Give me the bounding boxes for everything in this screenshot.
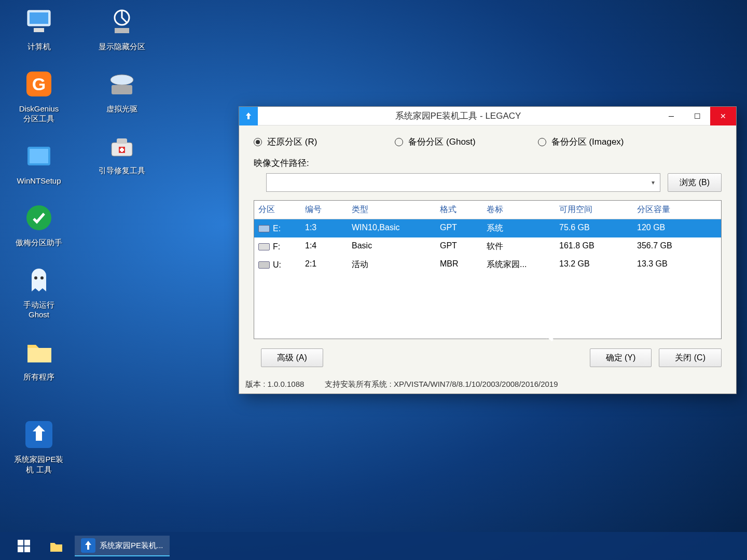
table-body: E: 1:3 WIN10,Basic GPT 系统 75.6 GB 120 GB… bbox=[254, 219, 721, 339]
desktop-col-1: 计算机 G DiskGenius 分区工具 WinNTSetup 傲梅分区助手 … bbox=[10, 5, 67, 474]
desktop-icon-pe-tool[interactable]: 系统家园PE装 机 工具 bbox=[10, 418, 67, 474]
svg-rect-1 bbox=[30, 12, 48, 24]
ghost-icon bbox=[24, 265, 53, 295]
svg-text:G: G bbox=[32, 74, 46, 94]
desktop-label: 计算机 bbox=[10, 41, 67, 52]
svg-point-13 bbox=[110, 75, 133, 85]
image-path-select[interactable]: ▾ bbox=[266, 173, 660, 192]
ok-button[interactable]: 确定 (Y) bbox=[590, 348, 652, 367]
image-path-controls: ▾ 浏览 (B) bbox=[254, 173, 722, 192]
svg-rect-21 bbox=[18, 540, 23, 545]
maximize-button[interactable]: ☐ bbox=[684, 107, 710, 125]
pe-tool-window: 系统家园PE装机工具 - LEGACY ─ ☐ ✕ 还原分区 (R) 备份分区 … bbox=[239, 106, 737, 394]
desktop-icon-virtual-cd[interactable]: 虚拟光驱 bbox=[93, 67, 150, 114]
start-button[interactable] bbox=[10, 536, 37, 556]
svg-point-9 bbox=[40, 276, 44, 279]
desktop-label: 所有程序 bbox=[10, 372, 67, 382]
close-button[interactable]: ✕ bbox=[710, 107, 736, 125]
desktop-icon-computer[interactable]: 计算机 bbox=[10, 5, 67, 52]
winntsetup-icon bbox=[24, 142, 53, 171]
windows-icon bbox=[17, 539, 31, 553]
svg-rect-23 bbox=[18, 547, 23, 552]
desktop-label: DiskGenius 分区工具 bbox=[10, 104, 67, 124]
chevron-down-icon: ▾ bbox=[652, 179, 655, 186]
desktop-icons: 计算机 G DiskGenius 分区工具 WinNTSetup 傲梅分区助手 … bbox=[10, 5, 150, 474]
window-footer: 版本 : 1.0.0.1088 支持安装所有系统 : XP/VISTA/WIN7… bbox=[239, 376, 736, 394]
diskgenius-icon: G bbox=[24, 69, 53, 99]
advanced-button[interactable]: 高级 (A) bbox=[261, 348, 323, 367]
window-controls: ─ ☐ ✕ bbox=[658, 107, 736, 125]
desktop-icon-hidden-partition[interactable]: 显示隐藏分区 bbox=[93, 5, 150, 52]
taskbar[interactable]: 系统家园PE装机... bbox=[0, 532, 747, 560]
computer-icon bbox=[24, 7, 53, 36]
desktop-icon-aomei[interactable]: 傲梅分区助手 bbox=[10, 201, 67, 248]
pe-tool-icon bbox=[81, 538, 95, 553]
svg-rect-24 bbox=[24, 547, 30, 552]
partition-icon bbox=[107, 7, 136, 36]
radio-backup-imagex[interactable]: 备份分区 (Imagex) bbox=[538, 136, 624, 148]
svg-rect-2 bbox=[34, 28, 44, 32]
mode-radio-row: 还原分区 (R) 备份分区 (Ghost) 备份分区 (Imagex) bbox=[254, 136, 722, 148]
window-title: 系统家园PE装机工具 - LEGACY bbox=[258, 110, 658, 122]
close-button-bottom[interactable]: 关闭 (C) bbox=[659, 348, 722, 367]
partition-table: 分区 编号 类型 格式 卷标 可用空间 分区容量 E: 1:3 WIN10,Ba… bbox=[254, 200, 722, 339]
radio-backup-ghost[interactable]: 备份分区 (Ghost) bbox=[395, 136, 475, 148]
desktop-label: 显示隐藏分区 bbox=[93, 41, 150, 52]
desktop-label: 傲梅分区助手 bbox=[10, 237, 67, 248]
svg-rect-22 bbox=[24, 540, 30, 545]
window-content: 还原分区 (R) 备份分区 (Ghost) 备份分区 (Imagex) 映像文件… bbox=[239, 125, 736, 367]
folder-icon bbox=[24, 338, 53, 367]
desktop-label: 虚拟光驱 bbox=[93, 104, 150, 114]
toolbox-icon bbox=[107, 131, 136, 160]
taskbar-explorer[interactable] bbox=[43, 536, 70, 556]
drive-icon bbox=[258, 261, 270, 269]
pe-tool-icon bbox=[22, 418, 56, 451]
path-label: 映像文件路径: bbox=[254, 157, 309, 169]
table-row[interactable]: U: 2:1 活动 MBR 系统家园... 13.2 GB 13.3 GB bbox=[254, 256, 721, 274]
svg-rect-6 bbox=[30, 149, 48, 163]
taskbar-pe-tool[interactable]: 系统家园PE装机... bbox=[75, 536, 170, 556]
desktop-label: 系统家园PE装 机 工具 bbox=[10, 454, 67, 474]
radio-restore[interactable]: 还原分区 (R) bbox=[254, 136, 317, 148]
desktop-icon-allprograms[interactable]: 所有程序 bbox=[10, 335, 67, 382]
svg-rect-19 bbox=[120, 149, 124, 151]
desktop-label: WinNTSetup bbox=[10, 176, 67, 186]
cd-icon bbox=[107, 69, 136, 99]
button-row: 高级 (A) 确定 (Y) 关闭 (C) bbox=[254, 348, 722, 367]
drive-icon bbox=[258, 225, 270, 232]
drive-icon bbox=[258, 243, 270, 250]
browse-button[interactable]: 浏览 (B) bbox=[668, 173, 722, 192]
desktop-icon-boot-repair[interactable]: 引导修复工具 bbox=[93, 129, 150, 176]
svg-rect-14 bbox=[112, 85, 132, 94]
table-row[interactable]: E: 1:3 WIN10,Basic GPT 系统 75.6 GB 120 GB bbox=[254, 219, 721, 237]
desktop-label: 手动运行 Ghost bbox=[10, 300, 67, 320]
desktop-col-2: 显示隐藏分区 虚拟光驱 引导修复工具 bbox=[93, 5, 150, 474]
folder-icon bbox=[49, 539, 63, 553]
support-label: 支持安装所有系统 : XP/VISTA/WIN7/8/8.1/10/2003/2… bbox=[325, 380, 558, 389]
desktop-icon-diskgenius[interactable]: G DiskGenius 分区工具 bbox=[10, 67, 67, 124]
desktop-icon-ghost[interactable]: 手动运行 Ghost bbox=[10, 263, 67, 320]
version-label: 版本 : 1.0.0.1088 bbox=[245, 380, 304, 389]
table-row[interactable]: F: 1:4 Basic GPT 软件 161.8 GB 356.7 GB bbox=[254, 237, 721, 256]
taskbar-label: 系统家园PE装机... bbox=[100, 541, 163, 551]
svg-point-8 bbox=[34, 276, 37, 279]
svg-rect-16 bbox=[117, 138, 127, 144]
svg-rect-12 bbox=[115, 28, 129, 33]
desktop-icon-winntsetup[interactable]: WinNTSetup bbox=[10, 139, 67, 186]
app-icon bbox=[239, 107, 258, 125]
image-path-row: 映像文件路径: bbox=[254, 157, 722, 169]
minimize-button[interactable]: ─ bbox=[658, 107, 684, 125]
table-header: 分区 编号 类型 格式 卷标 可用空间 分区容量 bbox=[254, 201, 721, 219]
titlebar[interactable]: 系统家园PE装机工具 - LEGACY ─ ☐ ✕ bbox=[239, 107, 736, 125]
aomei-icon bbox=[24, 203, 53, 232]
desktop-label: 引导修复工具 bbox=[93, 165, 150, 176]
